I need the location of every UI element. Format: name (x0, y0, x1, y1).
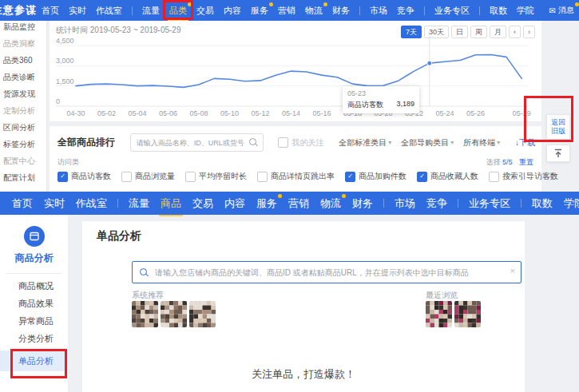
top-nav-item[interactable]: 品类 (169, 5, 187, 17)
module-title: 商品分析 (0, 251, 68, 265)
product-thumbnail[interactable] (161, 301, 187, 327)
top-nav-item[interactable]: 学院 (517, 5, 534, 17)
top-nav-item[interactable]: 实时 (69, 5, 86, 17)
top-nav-item[interactable]: 业务专区 (434, 5, 470, 17)
bottom-nav-item-label: 交易 (192, 197, 213, 209)
metric-checkbox[interactable]: ✓商品访客数 (58, 171, 111, 182)
sidebar-item[interactable]: 商品概况 (0, 277, 68, 295)
bottom-nav-item[interactable]: 物流 (320, 196, 341, 211)
bottom-nav-item[interactable]: 学院 (564, 196, 579, 211)
checkbox-icon (185, 172, 196, 182)
top-nav-item[interactable]: 竞争 (397, 5, 414, 17)
sidebar-item[interactable]: 货源发现 (0, 85, 46, 102)
top-nav-item[interactable]: 首页 (42, 5, 59, 17)
top-nav-item[interactable]: 服务 (251, 5, 268, 17)
top-nav-item[interactable]: 营销 (278, 5, 295, 17)
back-to-old-version-button[interactable]: 返回 旧版 (546, 114, 570, 140)
bottom-nav-item[interactable]: 服务 (256, 196, 277, 211)
metric-checkbox[interactable]: 商品浏览量 (121, 171, 175, 182)
bottom-nav-item[interactable]: 实时 (44, 196, 65, 211)
svg-text:05-04: 05-04 (128, 109, 146, 117)
top-nav-item[interactable]: 作战室 (96, 5, 122, 17)
top-nav-item[interactable]: 内容 (224, 5, 241, 17)
sidebar-item[interactable]: 品类360 (0, 52, 46, 69)
sidebar-item[interactable]: 异常商品 (0, 312, 68, 330)
top-nav-item[interactable]: 交易 (196, 5, 214, 17)
product-thumbnail[interactable] (189, 301, 216, 327)
top-nav-item-label: 财务 (332, 6, 350, 15)
metric-label: 商品访客数 (71, 171, 111, 182)
bottom-nav-item[interactable]: 业务专区 (469, 196, 510, 211)
sidebar-section-label: 配置中心 (0, 152, 46, 169)
svg-text:05-12: 05-12 (251, 109, 269, 117)
bottom-nav-item-label: 学院 (564, 197, 579, 209)
selection-label: 选择 (486, 158, 500, 166)
bottom-nav-item-label: 作战室 (76, 197, 107, 209)
svg-text:05-14: 05-14 (282, 109, 300, 117)
top-nav-item-label: 市场 (370, 6, 387, 15)
app-logo: 生意参谋 (0, 3, 37, 18)
bottom-nav-item[interactable]: 竞争 (426, 196, 447, 211)
top-nav-item-label: 学院 (517, 6, 534, 15)
sidebar-section-label: 品类洞察 (0, 35, 46, 52)
bottom-nav-item[interactable]: 首页 (12, 196, 33, 211)
top-nav-item[interactable]: 流量 (142, 5, 160, 17)
top-nav-item[interactable]: 物流 (305, 5, 323, 17)
bottom-nav-item[interactable]: 交易 (192, 196, 213, 211)
bottom-nav-item[interactable]: 内容 (224, 196, 245, 211)
chevron-down-icon: ▾ (450, 139, 454, 146)
metric-checkbox[interactable]: ✓商品收藏人数 (417, 171, 478, 182)
bottom-nav-item-label: 市场 (395, 197, 415, 209)
sidebar-item[interactable]: 品类诊断 (0, 69, 46, 85)
reset-button[interactable]: 重置 (519, 158, 533, 166)
sidebar-item[interactable]: 商品效果 (0, 295, 68, 312)
metric-checkbox[interactable]: 搜索引导访客数 (489, 171, 558, 182)
sidebar-item-single-item-analysis[interactable]: 单品分析 (0, 350, 68, 371)
chevron-down-icon: ▾ (497, 139, 500, 146)
back-to-top-button[interactable] (546, 145, 570, 162)
sidebar-item[interactable]: 新品监控 (0, 21, 46, 35)
bottom-nav-item-label: 物流 (320, 197, 341, 209)
metric-label: 商品详情页跳出率 (271, 171, 335, 182)
sidebar-item[interactable]: 分类分析 (0, 330, 68, 347)
bottom-nav-item[interactable]: 取数 (532, 196, 553, 211)
my-follow-checkbox[interactable]: 我的关注 (278, 137, 323, 148)
messages-button[interactable]: ✉ 消息 (549, 5, 574, 16)
product-thumbnail[interactable] (454, 301, 481, 327)
bottom-nav-item[interactable]: 市场 (395, 196, 415, 211)
trend-chart-card: 统计时间 2019-05-23 ~ 2019-05-29 7天30天日周月‹› … (50, 21, 541, 121)
metric-checkbox[interactable]: ✓商品加购件数 (345, 171, 406, 182)
product-thumbnail[interactable] (132, 301, 158, 327)
top-nav-item-label: 实时 (69, 6, 86, 15)
bottom-nav-item[interactable]: 商品 (161, 196, 181, 211)
item-search-input[interactable] (153, 263, 500, 281)
sidebar-item[interactable]: 区间分析 (0, 119, 46, 136)
download-button[interactable]: ↓下载 (515, 137, 535, 148)
metric-label: 商品收藏人数 (430, 171, 478, 182)
divider (6, 273, 61, 274)
top-nav-item[interactable]: 市场 (370, 5, 387, 17)
search-icon (249, 138, 256, 145)
bottom-nav-item[interactable]: 作战室 (76, 196, 107, 211)
metric-checkbox[interactable]: 商品详情页跳出率 (257, 171, 335, 182)
bottom-nav-item[interactable]: 财务 (352, 196, 373, 211)
top-nav-item[interactable]: 财务 (332, 5, 350, 17)
bottom-nav-item[interactable]: 流量 (129, 196, 149, 211)
product-thumbnail[interactable] (426, 301, 452, 327)
bottom-nav-item[interactable]: 营销 (288, 196, 309, 211)
top-nav-item-label: 流量 (142, 6, 160, 15)
clear-icon[interactable]: × (510, 266, 515, 275)
filter-dropdown[interactable]: 所有终端▾ (463, 137, 500, 148)
ranking-search-input[interactable] (135, 135, 246, 150)
filter-label: 全部导购类目 (401, 137, 449, 148)
filter-dropdown[interactable]: 全部导购类目▾ (401, 137, 454, 148)
sidebar-item[interactable]: 配置计划 (0, 169, 46, 186)
metric-checkbox[interactable]: 平均停留时长 (185, 171, 247, 182)
top-nav-item[interactable]: 取数 (490, 5, 507, 17)
single-item-analysis-panel: 单品分析 × 系统推荐 最近浏览 关注单品，打造爆款！ (82, 221, 525, 392)
top-nav-item-label: 营销 (278, 6, 295, 15)
filter-dropdown[interactable]: 全部标准类目▾ (339, 137, 391, 148)
sidebar-item[interactable]: 标签分析 (0, 136, 46, 152)
top-nav-item-label: 内容 (224, 6, 241, 15)
notification-dot (188, 2, 192, 6)
